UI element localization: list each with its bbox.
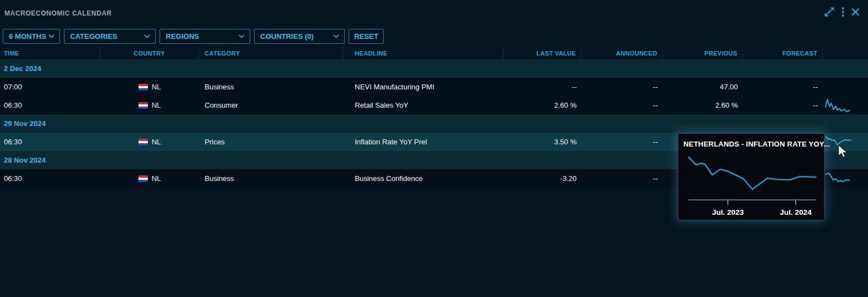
time-cell: 06:30 [0, 174, 100, 183]
headline-cell: Business Confidence [343, 174, 503, 183]
period-dropdown[interactable]: 6 MONTHS [3, 29, 60, 44]
countries-dropdown[interactable]: COUNTRIES (0) [254, 29, 345, 44]
close-icon[interactable] [851, 7, 860, 17]
country-code: NL [152, 174, 161, 183]
column-header-forecast[interactable]: FORECAST [743, 47, 823, 59]
country-code: NL [152, 83, 161, 91]
chart-tooltip: NETHERLANDS - INFLATION RATE YOY... Jul.… [678, 133, 825, 220]
column-header-country[interactable]: COUNTRY [100, 47, 199, 59]
category-cell: Business [199, 174, 343, 183]
nl-flag-icon [138, 175, 148, 182]
announced-cell: -- [582, 138, 663, 146]
sparkline-cell [823, 98, 868, 113]
table-row[interactable]: 06:30NLConsumerRetail Sales YoY2.60 %--2… [0, 96, 868, 114]
window-controls [824, 6, 860, 18]
country-cell: NL [100, 138, 199, 146]
category-cell: Consumer [199, 101, 343, 109]
time-cell: 06:30 [0, 138, 100, 146]
sparkline-chart [825, 172, 852, 186]
country-code: NL [152, 101, 161, 109]
country-cell: NL [100, 174, 199, 183]
date-group-header: 29 Nov 2024 [0, 114, 868, 133]
forecast-cell: -- [743, 83, 823, 91]
last-value-cell: -3.20 [503, 174, 582, 183]
column-header-headline[interactable]: HEADLINE [343, 47, 503, 59]
last-value-cell: 2.60 % [503, 101, 582, 109]
previous-cell: 47.00 [663, 83, 743, 91]
nl-flag-icon [138, 84, 148, 90]
date-group-header: 2 Dec 2024 [0, 59, 868, 78]
expand-icon[interactable] [824, 6, 835, 18]
time-cell: 06:30 [0, 101, 100, 109]
tooltip-chart-line [688, 157, 816, 189]
nl-flag-icon [138, 139, 148, 145]
headline-cell: NEVI Manufacturing PMI [343, 83, 503, 91]
mouse-cursor [837, 144, 849, 161]
column-header-last-value[interactable]: LAST VALUE [503, 47, 582, 59]
table-row[interactable]: 07:00NLBusinessNEVI Manufacturing PMI---… [0, 78, 868, 96]
chevron-down-icon [333, 34, 339, 38]
announced-cell: -- [582, 174, 663, 183]
tooltip-title: NETHERLANDS - INFLATION RATE YOY... [683, 140, 830, 148]
announced-cell: -- [582, 101, 663, 109]
tooltip-line-chart: Jul. 2023 Jul. 2024 [688, 154, 819, 219]
category-cell: Business [199, 83, 343, 91]
category-cell: Prices [199, 138, 343, 146]
widget-title: MACROECONOMIC CALENDAR [4, 9, 112, 17]
headline-cell: Retail Sales YoY [343, 101, 503, 109]
chevron-down-icon [48, 34, 54, 38]
table-header-row: TIME COUNTRY CATEGORY HEADLINE LAST VALU… [0, 47, 868, 59]
macro-calendar-widget: MACROECONOMIC CALENDAR 6 MON [0, 0, 868, 297]
nl-flag-icon [138, 102, 148, 109]
regions-dropdown[interactable]: REGIONS [160, 29, 250, 44]
forecast-cell: -- [743, 101, 823, 109]
sparkline-cell [823, 172, 868, 186]
chevron-down-icon [144, 34, 150, 38]
column-header-sparkline [823, 47, 868, 59]
period-dropdown-label: 6 MONTHS [9, 32, 46, 41]
countries-dropdown-label: COUNTRIES (0) [260, 32, 314, 41]
column-header-category[interactable]: CATEGORY [199, 47, 343, 59]
chevron-down-icon [239, 34, 245, 38]
column-header-previous[interactable]: PREVIOUS [663, 47, 743, 59]
headline-cell: Inflation Rate YoY Prel [343, 138, 503, 146]
x-tick-label-jul-2024: Jul. 2024 [780, 208, 812, 217]
categories-dropdown-label: CATEGORIES [70, 32, 117, 41]
categories-dropdown[interactable]: CATEGORIES [64, 29, 156, 44]
sparkline-chart [825, 98, 852, 113]
column-header-announced[interactable]: ANNOUNCED [582, 47, 663, 59]
country-cell: NL [100, 101, 199, 109]
announced-cell: -- [582, 83, 663, 91]
time-cell: 07:00 [0, 83, 100, 91]
x-tick-label-jul-2023: Jul. 2023 [712, 208, 744, 217]
filter-bar: 6 MONTHS CATEGORIES REGIONS COUNTRIES (0… [3, 29, 384, 44]
regions-dropdown-label: REGIONS [166, 32, 199, 41]
previous-cell: 2.60 % [663, 101, 743, 109]
column-header-time[interactable]: TIME [0, 47, 100, 59]
kebab-menu-icon[interactable] [841, 7, 845, 17]
country-code: NL [152, 138, 161, 146]
last-value-cell: 3.50 % [503, 138, 582, 146]
reset-button[interactable]: RESET [349, 29, 384, 44]
country-cell: NL [100, 83, 199, 91]
last-value-cell: -- [503, 83, 582, 91]
